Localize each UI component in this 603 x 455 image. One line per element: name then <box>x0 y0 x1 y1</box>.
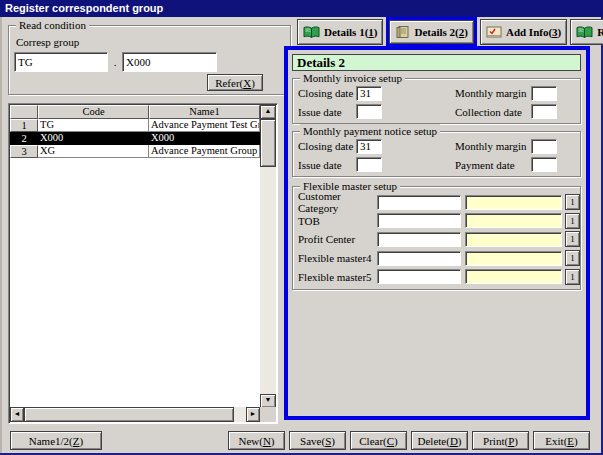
scroll-right-icon: ► <box>250 410 257 418</box>
detail-tabs: Details 1(1) Details 2(2) Add Info(3) Re… <box>297 15 603 49</box>
flexible-master4-label: Flexible master4 <box>298 252 377 264</box>
closing-date-label: Closing date <box>298 140 356 152</box>
flexible-master-setup-group: Flexible master setup Customer Category … <box>292 186 581 290</box>
invoice-collection-date-input[interactable] <box>531 104 557 119</box>
table-row[interactable]: 1 TG Advance Payment Test Group <box>10 119 260 132</box>
payment-date-label: Payment date <box>455 159 531 171</box>
notebook-icon <box>395 25 410 39</box>
invoice-closing-date-input[interactable] <box>356 86 382 101</box>
details2-panel: Details 2 Monthly invoice setup Closing … <box>284 46 590 420</box>
open-book-icon <box>303 26 320 39</box>
flexible-master5-label: Flexible master5 <box>298 271 377 283</box>
scroll-down-icon: ▼ <box>265 396 272 404</box>
active-tab-highlight: Details 2(2) <box>386 17 476 47</box>
name12-button[interactable]: Name1/2(Z) <box>10 431 102 450</box>
corresp-group-label: Corresp group <box>16 36 79 48</box>
table-row-selected[interactable]: 2 X000 X000 <box>10 132 260 145</box>
collection-date-label: Collection date <box>455 106 531 118</box>
tob-name-field[interactable] <box>465 213 562 228</box>
payment-date-input[interactable] <box>531 157 557 172</box>
table-header-row: Code Name1 <box>10 105 260 119</box>
clear-button[interactable]: Clear(C) <box>350 431 407 450</box>
column-header-name1[interactable]: Name1 <box>149 105 260 119</box>
open-book-icon <box>576 26 593 39</box>
tab-reg-struct[interactable]: Reg struct(4) <box>570 19 603 45</box>
corresp-group-from-input[interactable] <box>14 52 108 72</box>
profit-center-name-field[interactable] <box>465 232 562 247</box>
profit-center-lookup-button[interactable]: 1 <box>565 231 580 247</box>
scroll-up-icon: ▲ <box>265 107 272 115</box>
flexible-master4-code-input[interactable] <box>377 251 461 266</box>
flexible-master4-name-field[interactable] <box>465 251 562 266</box>
save-button[interactable]: Save(S) <box>289 431 346 450</box>
closing-date-label: Closing date <box>298 87 356 99</box>
flexible-master5-name-field[interactable] <box>465 269 562 284</box>
scroll-left-icon: ◄ <box>14 410 21 418</box>
column-header-code[interactable]: Code <box>38 105 149 119</box>
tob-code-input[interactable] <box>377 213 461 228</box>
scroll-right-button[interactable]: ► <box>246 407 260 422</box>
customer-category-code-input[interactable] <box>377 195 461 210</box>
issue-date-label: Issue date <box>298 106 356 118</box>
profit-center-code-input[interactable] <box>377 232 461 247</box>
monthly-invoice-setup-group: Monthly invoice setup Closing date Month… <box>292 78 581 124</box>
flexible-master5-lookup-button[interactable]: 1 <box>565 269 580 285</box>
read-condition-legend: Read condition <box>16 18 89 32</box>
scroll-down-button[interactable]: ▼ <box>260 394 276 408</box>
customer-category-name-field[interactable] <box>465 195 562 210</box>
tab-add-info[interactable]: Add Info(3) <box>480 19 567 45</box>
monthly-payment-legend: Monthly payment notice setup <box>300 124 440 138</box>
new-button[interactable]: New(N) <box>228 431 285 450</box>
print-button[interactable]: Print(P) <box>472 431 529 450</box>
payment-issue-date-input[interactable] <box>356 157 382 172</box>
scroll-up-button[interactable]: ▲ <box>260 105 276 119</box>
vertical-scroll-thumb[interactable] <box>260 119 276 167</box>
register-correspondent-group-window: Register correspondent group Read condit… <box>0 0 603 455</box>
monthly-payment-notice-setup-group: Monthly payment notice setup Closing dat… <box>292 131 581 177</box>
tab-details-2[interactable]: Details 2(2) <box>389 20 473 44</box>
correspondent-group-table: Code Name1 1 TG Advance Payment Test Gro… <box>8 103 278 424</box>
invoice-monthly-margin-input[interactable] <box>531 86 557 101</box>
read-condition-group: Read condition Corresp group . Refer(X) <box>8 25 291 95</box>
scroll-left-button[interactable]: ◄ <box>10 407 24 422</box>
table-row[interactable]: 3 XG Advance Payment Group <box>10 145 260 158</box>
payment-monthly-margin-input[interactable] <box>531 139 557 154</box>
range-separator: . <box>110 52 120 72</box>
horizontal-scrollbar[interactable]: ◄ ► <box>10 407 260 422</box>
tob-lookup-button[interactable]: 1 <box>565 213 580 229</box>
tab-details-1[interactable]: Details 1(1) <box>297 19 383 45</box>
invoice-issue-date-input[interactable] <box>356 104 382 119</box>
monthly-invoice-legend: Monthly invoice setup <box>300 71 405 85</box>
customer-category-label: Customer Category <box>298 190 377 214</box>
scrollbar-corner <box>260 407 276 422</box>
monthly-margin-label: Monthly margin <box>455 140 531 152</box>
vertical-scrollbar[interactable]: ▲ ▼ <box>260 105 276 408</box>
delete-button[interactable]: Delete(D) <box>411 431 468 450</box>
window-title: Register correspondent group <box>5 2 163 14</box>
issue-date-label: Issue date <box>298 159 356 171</box>
panel-title: Details 2 <box>292 54 581 71</box>
exit-button[interactable]: Exit(E) <box>533 431 590 450</box>
customer-category-lookup-button[interactable]: 1 <box>565 194 580 210</box>
flexible-master5-code-input[interactable] <box>377 269 461 284</box>
refer-button[interactable]: Refer(X) <box>207 74 263 91</box>
column-header-rownum[interactable] <box>10 105 38 119</box>
payment-closing-date-input[interactable] <box>356 139 382 154</box>
corresp-group-to-input[interactable] <box>122 52 217 72</box>
monthly-margin-label: Monthly margin <box>455 87 531 99</box>
flexible-master4-lookup-button[interactable]: 1 <box>565 250 580 266</box>
profit-center-label: Profit Center <box>298 233 377 245</box>
note-icon <box>486 26 502 38</box>
horizontal-scroll-thumb[interactable] <box>24 407 234 422</box>
tob-label: TOB <box>298 215 377 227</box>
